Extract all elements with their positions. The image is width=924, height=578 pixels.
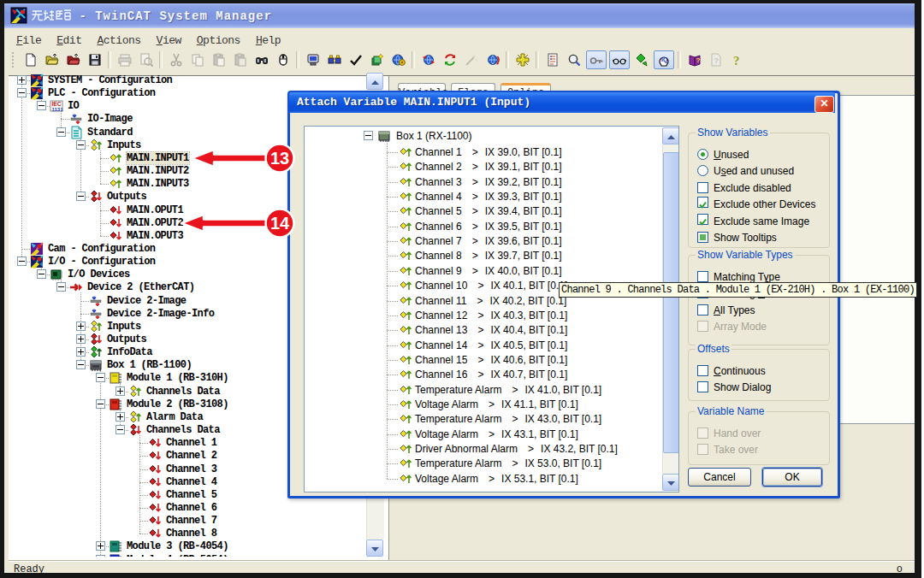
tree-item-label[interactable]: Inputs (107, 321, 141, 333)
menu-help[interactable]: Help (248, 28, 288, 47)
checkbox-show-dialog[interactable]: Show Dialog (697, 379, 771, 392)
collapse-minus-box[interactable] (96, 373, 105, 382)
tree-item-label[interactable]: Channel 1 (166, 437, 216, 449)
tree-item-label[interactable]: Module 3 (RB-4054) (127, 540, 228, 552)
dialog-variable-row[interactable]: Channel 12>IX 40.3, BIT [0.1] (305, 309, 678, 323)
checkbox-matching-type[interactable]: Matching Type (697, 268, 780, 282)
dialog-variable-row[interactable]: Temperature Alarm>IX 43.0, BIT [0.1] (305, 412, 678, 427)
mouse-icon[interactable] (274, 50, 293, 69)
help-book-icon[interactable]: ? (685, 50, 704, 69)
link-variables-icon[interactable] (325, 50, 344, 69)
dialog-scrollbar-thumb[interactable] (663, 152, 679, 453)
menu-edit[interactable]: Edit (49, 28, 89, 47)
dialog-scrollbar-up-arrow[interactable] (662, 127, 679, 144)
tree-item-label[interactable]: Channel 4 (166, 476, 216, 488)
help-icon[interactable]: ? (728, 50, 747, 69)
variable-list[interactable]: Box 1 (RX-1100)Channel 1>IX 39.0, BIT [0… (304, 126, 679, 492)
save-icon[interactable] (86, 50, 104, 69)
target-system-icon[interactable] (304, 50, 323, 69)
toggle-mode-icon[interactable] (441, 50, 459, 69)
add-route-icon[interactable] (513, 50, 532, 69)
collapse-minus-box[interactable] (56, 282, 66, 292)
checkbox[interactable] (697, 214, 708, 225)
expand-plus-box[interactable] (76, 321, 86, 331)
new-file-icon[interactable] (21, 50, 40, 69)
radio-unused[interactable]: Unused (697, 146, 749, 160)
tree-item-label[interactable]: MAIN.OPUT2 (127, 217, 183, 229)
radio-button[interactable] (697, 149, 708, 160)
tree-item-label[interactable]: Device 2-Image (107, 295, 186, 307)
menu-view[interactable]: View (149, 28, 189, 47)
key-icon[interactable] (586, 50, 607, 69)
tree-item-label[interactable]: Channel 8 (166, 528, 216, 540)
ok-button[interactable]: OK (762, 468, 822, 487)
dialog-variable-row[interactable]: Voltage Alarm>IX 43.1, BIT [0.1] (305, 428, 678, 442)
tree-item-label[interactable]: IO-Image (87, 113, 133, 125)
checkbox-show-tooltips[interactable]: Show Tooltips (697, 229, 777, 243)
dialog-variable-row[interactable]: Voltage Alarm>IX 53.1, BIT [0.1] (305, 472, 678, 487)
checkbox-continuous[interactable]: Continuous (697, 363, 766, 376)
tree-item-label[interactable]: Channels Data (146, 424, 220, 436)
checkbox[interactable] (697, 381, 708, 392)
tree-item-label[interactable]: IO (68, 100, 79, 112)
collapse-minus-box[interactable] (37, 269, 46, 279)
glasses-icon[interactable] (609, 50, 630, 69)
cancel-button[interactable]: Cancel (688, 468, 751, 487)
expand-plus-box[interactable] (76, 334, 86, 344)
dialog-close-button[interactable]: ✕ (814, 96, 834, 113)
restart-system-icon[interactable] (483, 50, 502, 69)
menu-file[interactable]: File (9, 28, 49, 47)
dialog-variable-row[interactable]: Temperature Alarm>IX 53.0, BIT [0.1] (305, 457, 678, 471)
tree-item-label[interactable]: MAIN.INPUT3 (127, 178, 189, 190)
tree-item-label[interactable]: Module 1 (RB-310H) (127, 372, 228, 384)
tree-item-label[interactable]: I/O - Configuration (48, 256, 155, 268)
collapse-minus-box[interactable] (17, 88, 27, 97)
expand-plus-box[interactable] (17, 75, 27, 85)
tree-item-label[interactable]: Channel 7 (166, 515, 216, 527)
tree-item-label[interactable]: Channel 5 (166, 489, 216, 501)
dialog-variable-row[interactable]: Channel 3>IX 39.2, BIT [0.1] (305, 175, 678, 190)
free-run-icon[interactable] (632, 50, 651, 69)
properties-icon[interactable] (543, 50, 562, 69)
collapse-minus-box[interactable] (76, 140, 86, 150)
tree-item-label[interactable]: Channel 6 (166, 502, 216, 514)
dialog-variable-row[interactable]: Channel 16>IX 40.7, BIT [0.1] (305, 368, 678, 382)
dialog-variable-row[interactable]: Channel 1>IX 39.0, BIT [0.1] (305, 145, 678, 160)
menu-actions[interactable]: Actions (89, 28, 148, 47)
expand-plus-box[interactable] (96, 541, 105, 551)
tree-item-label[interactable]: Channels Data (146, 386, 220, 398)
tree-item-label[interactable]: Cam - Configuration (48, 243, 155, 255)
checkbox[interactable] (697, 182, 708, 193)
dialog-scrollbar-down-arrow[interactable] (662, 474, 679, 491)
menu-options[interactable]: Options (189, 28, 248, 47)
dialog-variable-row[interactable]: Channel 15>IX 40.6, BIT [0.1] (305, 353, 678, 368)
dialog-tree-root[interactable]: Box 1 (RX-1100) (305, 129, 678, 144)
tree-item-label[interactable]: Outputs (107, 191, 146, 203)
collapse-minus-box[interactable] (76, 192, 86, 201)
tree-item-label[interactable]: SYSTEM - Configuration (48, 74, 172, 86)
check-config-icon[interactable] (346, 50, 365, 69)
tree-item-label[interactable]: Channel 3 (166, 463, 216, 475)
expand-plus-box[interactable] (96, 555, 105, 557)
tree-item-label[interactable]: Alarm Data (146, 411, 203, 423)
checkbox[interactable] (697, 365, 708, 376)
tree-item-label[interactable]: MAIN.OPUT3 (127, 230, 183, 242)
tree-scrollbar-up-arrow[interactable] (366, 73, 383, 90)
radio-button[interactable] (697, 165, 708, 176)
tree-item-label[interactable]: Device 2-Image-Info (107, 308, 214, 320)
dialog-variable-row[interactable]: Channel 5>IX 39.4, BIT [0.1] (305, 204, 678, 219)
checkbox[interactable] (697, 271, 708, 282)
collapse-minus-box[interactable] (37, 101, 46, 110)
dialog-variable-row[interactable]: Voltage Alarm>IX 41.1, BIT [0.1] (305, 398, 678, 412)
checkbox[interactable] (697, 304, 708, 316)
collapse-minus-box[interactable] (17, 257, 27, 266)
tree-item-label[interactable]: MAIN.INPUT1 (127, 152, 189, 164)
zoom-icon[interactable] (565, 50, 583, 69)
generate-mappings-icon[interactable] (368, 50, 387, 69)
activate-config-icon[interactable] (389, 50, 408, 69)
tree-item-label[interactable]: Inputs (107, 139, 141, 151)
radio-used-and-unused[interactable]: Used and unused (697, 162, 794, 176)
collapse-minus-box[interactable] (76, 360, 86, 369)
tree-item-label[interactable]: PLC - Configuration (48, 87, 155, 99)
tree-item-label[interactable]: MAIN.INPUT2 (127, 165, 189, 177)
